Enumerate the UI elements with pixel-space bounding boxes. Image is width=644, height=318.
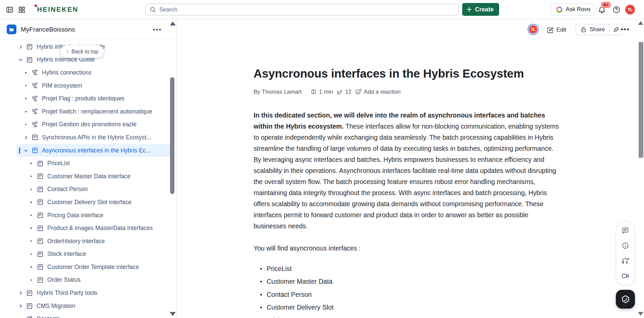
sidebar-item[interactable]: Projet Gestion des promotions eazle: [16, 118, 173, 131]
space-name[interactable]: MyFranceBoissons: [21, 26, 75, 33]
bullet-icon: [27, 240, 36, 242]
sidebar-item-label: Asyncronous interfaces in the Hybris Ec.…: [42, 147, 151, 154]
sidebar-scroll-up-arrow[interactable]: [170, 21, 176, 26]
page-icon: [25, 290, 34, 297]
whiteboard-icon: [31, 108, 39, 115]
chevron-right-icon[interactable]: [21, 135, 30, 140]
list-intro: You will find asyncronous interfaces :: [254, 243, 561, 254]
heineken-star-icon: ★: [33, 4, 38, 8]
sidebar-item[interactable]: Pricing Data interface: [16, 209, 173, 222]
chevron-right-icon[interactable]: [16, 290, 25, 296]
rovo-chat-fab[interactable]: [616, 290, 635, 309]
share-button[interactable]: Share: [576, 24, 609, 35]
window-scroll-up-arrow[interactable]: [638, 21, 643, 25]
ask-rovo-button[interactable]: Ask Rovo: [551, 3, 595, 15]
current-page-indicator: [19, 147, 20, 154]
page-icon: [36, 199, 44, 206]
sidebar-scrollbar-thumb[interactable]: [170, 77, 174, 194]
back-to-top-button[interactable]: ↑ Back to top: [60, 45, 104, 58]
space-icon[interactable]: [7, 25, 16, 34]
view-count: 12: [336, 89, 352, 95]
sidebar-item[interactable]: Synchronous APIs in the Hybris Ecosyst..…: [16, 131, 173, 144]
sidebar-item[interactable]: Contacts: [16, 312, 173, 318]
window-scrollbar-thumb[interactable]: [639, 42, 643, 158]
bullet-icon: [27, 227, 36, 229]
byline-author[interactable]: By Thomas Lamart: [254, 89, 302, 95]
add-reaction-button[interactable]: Add a reaction: [355, 88, 401, 95]
rovo-logo-icon: [556, 6, 563, 13]
page-icon: [31, 147, 39, 154]
chevron-down-icon[interactable]: [21, 148, 30, 153]
page-icon: [36, 277, 44, 283]
collapse-sidebar-button[interactable]: [5, 5, 15, 15]
whiteboard-icon: [31, 82, 39, 89]
comment-icon: [622, 227, 629, 234]
sidebar-item[interactable]: Hybris connections: [16, 66, 173, 79]
views-trend-icon: [336, 89, 343, 95]
sidebar-item[interactable]: Contact Person: [16, 183, 173, 196]
list-item: Contact Person: [254, 288, 561, 301]
page-icon: [31, 134, 39, 141]
heineken-logo[interactable]: ★ HEINEKEN: [34, 4, 78, 13]
sidebar-item[interactable]: CMS Migration: [16, 300, 173, 313]
page-icon: [25, 56, 34, 63]
video-button[interactable]: [620, 270, 631, 281]
sidebar-item-label: CMS Migration: [37, 303, 75, 310]
sidebar-item-label: Projet Gestion des promotions eazle: [42, 121, 137, 128]
chevron-right-icon[interactable]: [16, 304, 25, 309]
space-header: MyFranceBoissons •••: [0, 19, 176, 40]
create-label: Create: [475, 6, 494, 13]
sidebar-item[interactable]: Order Status: [16, 274, 173, 287]
page-tools-rail: [616, 221, 635, 286]
page-icon: [25, 303, 34, 309]
sidebar-item[interactable]: Product & images MasterData interfaces: [16, 222, 173, 235]
list-item: Customer Master Data: [254, 275, 561, 288]
interface-list: PriceListCustomer Master DataContact Per…: [254, 262, 561, 318]
create-button[interactable]: Create: [462, 3, 499, 16]
sidebar-item[interactable]: Hybris Third Party tools: [16, 286, 173, 300]
list-item-label: PriceList: [267, 265, 292, 273]
sidebar-item-label: Customer Order Template interface: [47, 264, 139, 271]
sidebar-item[interactable]: PIM ecosystem: [16, 79, 173, 92]
app-switcher-button[interactable]: [17, 5, 27, 15]
list-item: PriceList: [254, 262, 561, 275]
space-more-button[interactable]: •••: [152, 25, 163, 34]
list-item-label: Contact Person: [267, 291, 312, 299]
whiteboard-icon: [31, 95, 39, 102]
book-icon: [310, 89, 317, 95]
sidebar-item[interactable]: PriceList: [16, 157, 173, 170]
search-placeholder: Search: [159, 6, 177, 13]
page-more-button[interactable]: •••: [619, 24, 631, 35]
whiteboard-icon: [31, 121, 39, 128]
sidebar-item[interactable]: Customer Master Data interface: [16, 170, 173, 183]
sidebar-scroll-down-arrow[interactable]: [170, 312, 176, 316]
search-input[interactable]: Search: [145, 4, 459, 15]
user-avatar[interactable]: TL: [625, 5, 635, 14]
help-button[interactable]: [611, 5, 622, 15]
sidebar-item[interactable]: Customer Order Template interface: [16, 261, 173, 274]
sidebar: MyFranceBoissons ••• Hybris infrastructu…: [0, 19, 177, 318]
window-scroll-down-arrow[interactable]: [638, 312, 643, 316]
page-icon: [36, 251, 44, 258]
bullet-icon: [21, 111, 30, 112]
sidebar-item[interactable]: OrderHistory interface: [16, 235, 173, 248]
unlock-icon: [580, 26, 587, 33]
plus-icon: [466, 6, 472, 12]
link-icon: [613, 26, 620, 33]
headphones-plus-icon: [622, 257, 629, 265]
sidebar-item[interactable]: Projet Switch : remplacement automatique: [16, 105, 173, 118]
page-icon: [36, 212, 44, 219]
list-item: Customer Delivery Slot: [254, 301, 561, 314]
chevron-down-icon[interactable]: [16, 57, 25, 62]
rovo-fab-icon: [621, 294, 630, 304]
sidebar-item[interactable]: Customer Delivery Slot interface: [16, 196, 173, 209]
sidebar-item[interactable]: Stock interface: [16, 248, 173, 261]
details-button[interactable]: [620, 240, 631, 251]
listen-button[interactable]: [620, 255, 631, 266]
chevron-right-icon[interactable]: [16, 44, 25, 49]
sidebar-item[interactable]: Asyncronous interfaces in the Hybris Ec.…: [16, 144, 173, 157]
sidebar-item[interactable]: Projet Flag : produits identiques: [16, 92, 173, 105]
comments-button[interactable]: [620, 225, 631, 236]
bullet-icon: [260, 281, 262, 282]
sidebar-item-label: PriceList: [47, 160, 70, 167]
